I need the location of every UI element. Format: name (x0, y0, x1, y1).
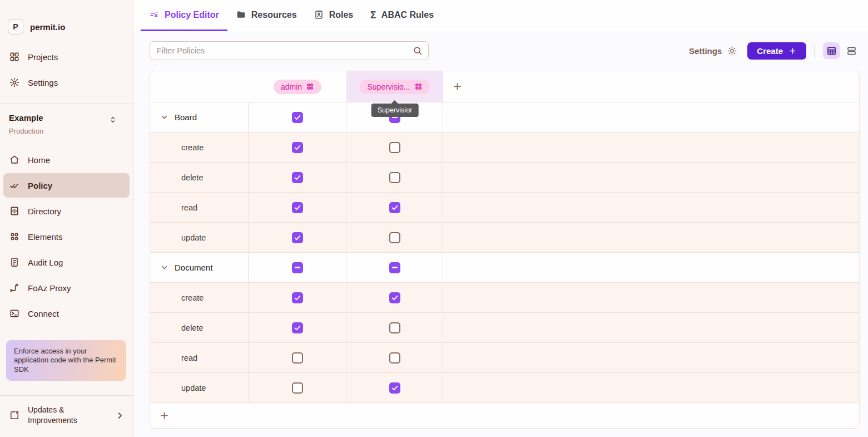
permission-cell (346, 132, 443, 162)
permission-cell (249, 342, 346, 372)
directory-icon (9, 205, 20, 217)
add-resource-button[interactable] (159, 410, 170, 421)
permission-checkbox-checked[interactable] (292, 112, 303, 123)
sidebar-item-home[interactable]: Home (3, 148, 130, 172)
permission-checkbox-checked[interactable] (292, 142, 303, 153)
permission-checkbox-unchecked[interactable] (389, 172, 400, 183)
permission-checkbox-unchecked[interactable] (389, 322, 400, 333)
create-label: Create (757, 46, 783, 56)
permission-checkbox-checked[interactable] (389, 382, 400, 394)
header-empty-cell (150, 71, 249, 102)
resource-label: Board (175, 112, 197, 122)
table-view-toggle[interactable] (823, 42, 840, 59)
sidebar-item-directory[interactable]: Directory (3, 199, 130, 223)
permission-checkbox-checked[interactable] (389, 292, 400, 303)
sdk-banner: Enforce access in your application code … (6, 340, 126, 381)
sidebar: P permit.io ProjectsSettings Example Pro… (0, 0, 133, 437)
sidebar-item-foaz-proxy[interactable]: FoAz Proxy (3, 276, 130, 300)
role-badge[interactable]: Supervisio... (360, 80, 429, 94)
sidebar-item-elements[interactable]: Elements (3, 224, 130, 249)
action-label: read (150, 203, 197, 212)
sidebar-item-connect[interactable]: Connect (3, 301, 130, 326)
tab-resources[interactable]: Resources (227, 0, 305, 31)
chevron-right-icon (116, 411, 124, 420)
sidebar-nav: HomePolicyDirectoryElementsAudit LogFoAz… (0, 146, 133, 327)
empty-cell (443, 222, 859, 252)
divider (814, 43, 815, 58)
tab-abac-rules[interactable]: ΣABAC Rules (361, 0, 442, 31)
grid-icon (9, 51, 20, 62)
permission-checkbox-unchecked[interactable] (292, 352, 303, 364)
action-label: create (150, 143, 204, 152)
permission-cell (346, 312, 443, 342)
list-view-icon (846, 45, 857, 57)
filter-policies-input[interactable] (150, 41, 429, 60)
empty-cell (443, 162, 859, 192)
sidebar-item-label: Home (28, 155, 50, 165)
sidebar-item-label: Elements (28, 232, 63, 242)
updates-improvements-button[interactable]: Updates & Improvements (8, 401, 125, 429)
list-view-toggle[interactable] (843, 42, 860, 59)
permission-checkbox-checked[interactable] (389, 202, 400, 213)
tab-policy-editor[interactable]: Policy Editor (141, 0, 227, 31)
empty-cell (443, 282, 859, 312)
policy-table: admin Supervisio...Boardcreatedeleteread… (150, 71, 860, 429)
role-badge[interactable]: admin (274, 80, 321, 94)
permission-checkbox-checked[interactable] (292, 232, 303, 243)
chevron-down-icon[interactable] (160, 112, 169, 122)
brand[interactable]: P permit.io (8, 19, 124, 35)
filter-wrap (150, 41, 429, 60)
action-cell: create (150, 282, 249, 312)
permission-cell (249, 282, 346, 312)
tab-roles[interactable]: Roles (305, 0, 362, 31)
action-cell: read (150, 342, 249, 372)
updates-icon (9, 410, 20, 421)
sidebar-item-settings[interactable]: Settings (3, 70, 130, 95)
permission-checkbox-checked[interactable] (292, 172, 303, 183)
permission-cell (346, 342, 443, 372)
workspace-name: Example (9, 113, 124, 122)
permission-cell (249, 252, 346, 282)
permission-checkbox-unchecked[interactable] (389, 352, 400, 364)
action-label: delete (150, 173, 204, 182)
permission-cell (346, 282, 443, 312)
chevron-updown-icon[interactable] (108, 115, 117, 124)
add-role-button[interactable] (452, 81, 463, 92)
main-area: Policy EditorResourcesRolesΣABAC Rules S… (133, 0, 868, 437)
content-area: Settings Create (133, 31, 868, 437)
permission-checkbox-checked[interactable] (292, 292, 303, 303)
sidebar-item-label: Projects (28, 52, 58, 62)
permission-cell (249, 162, 346, 192)
role-tooltip: Supervisior (371, 104, 419, 117)
permission-cell (346, 372, 443, 402)
sidebar-item-label: FoAz Proxy (28, 283, 71, 293)
permission-checkbox-indeterminate[interactable] (292, 262, 303, 273)
permission-checkbox-checked[interactable] (292, 202, 303, 213)
permission-checkbox-unchecked[interactable] (389, 232, 400, 243)
permission-cell (346, 192, 443, 222)
create-button[interactable]: Create (747, 42, 806, 60)
table-view-icon (826, 45, 837, 57)
sidebar-item-label: Directory (28, 207, 61, 216)
policy-settings-button[interactable]: Settings (689, 46, 737, 56)
proxy-icon (9, 282, 20, 293)
sidebar-item-projects[interactable]: Projects (3, 45, 130, 69)
empty-cell (443, 102, 859, 132)
tab-label: Policy Editor (165, 10, 219, 20)
permission-cell (249, 102, 346, 132)
search-icon[interactable] (412, 45, 423, 56)
sidebar-item-policy[interactable]: Policy (3, 173, 130, 198)
permission-checkbox-indeterminate[interactable] (389, 262, 400, 273)
chevron-down-icon[interactable] (160, 263, 169, 272)
permission-checkbox-unchecked[interactable] (292, 382, 303, 394)
permission-cell (249, 192, 346, 222)
empty-cell (443, 372, 859, 402)
role-icon (306, 82, 314, 91)
permission-checkbox-unchecked[interactable] (389, 142, 400, 153)
tab-bar: Policy EditorResourcesRolesΣABAC Rules (133, 0, 868, 31)
sidebar-item-audit-log[interactable]: Audit Log (3, 250, 130, 274)
permission-checkbox-checked[interactable] (292, 322, 303, 333)
plus-icon (788, 47, 797, 55)
badge-icon (314, 9, 324, 20)
tab-label: Roles (329, 10, 354, 20)
